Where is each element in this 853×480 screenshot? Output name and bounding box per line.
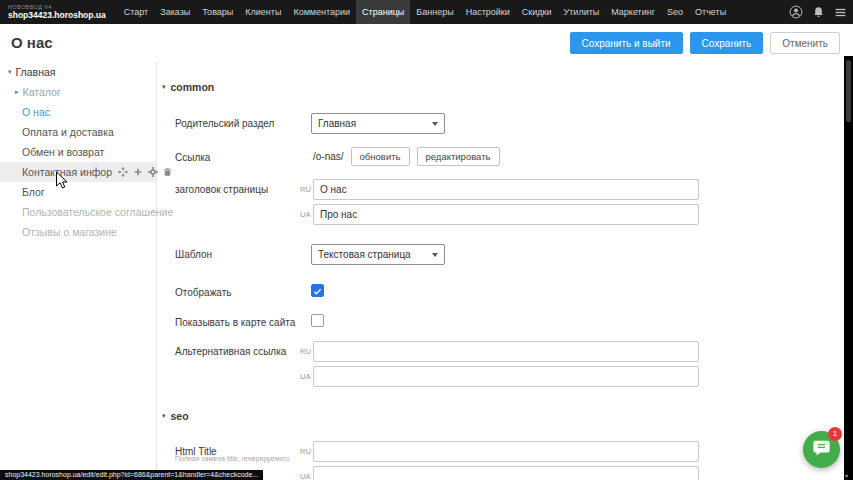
template-select[interactable]: Текстовая страница	[311, 244, 445, 265]
lang-ru-badge: RU	[300, 441, 311, 462]
brand-logo[interactable]: НОВОВВОД V4 shop34423.horoshop.ua	[0, 0, 118, 24]
menu-item-seo[interactable]: Seo	[661, 0, 689, 24]
menu-item-start[interactable]: Старт	[118, 0, 154, 24]
sidebar-item-payment-delivery[interactable]: Оплата и доставка	[0, 122, 156, 142]
admin-page-editor: НОВОВВОД V4 shop34423.horoshop.ua Старт …	[0, 0, 853, 480]
sidebar-item-tools	[118, 167, 172, 177]
lang-ua-badge: UA	[300, 204, 310, 225]
sidebar-item-label: Обмен и возврат	[22, 146, 104, 158]
sidebar-item-label: Блог	[22, 186, 45, 198]
sitemap-checkbox[interactable]	[311, 314, 324, 327]
display-checkbox[interactable]	[311, 284, 324, 297]
chat-bubble-icon	[812, 439, 831, 461]
sidebar-item-blog[interactable]: Блог	[0, 182, 156, 202]
trash-icon[interactable]	[163, 167, 172, 177]
sidebar-item-label: Отзывы о магазине	[22, 226, 117, 238]
sidebar-item-home[interactable]: ▾ Главная	[0, 62, 156, 82]
page-header: О нас Сохранить и выйти Сохранить Отмени…	[0, 24, 853, 62]
menu-item-banners[interactable]: Баннеры	[410, 0, 459, 24]
chevron-down-icon	[432, 122, 438, 126]
page-title-ru-input[interactable]	[313, 179, 699, 200]
chat-unread-badge: 1	[828, 427, 842, 441]
html-title-ua-input[interactable]	[313, 466, 699, 480]
main-menu: Старт Заказы Товары Клиенты Комментарии …	[118, 0, 732, 24]
sidebar-item-label: Главная	[16, 66, 56, 78]
chevron-right-icon[interactable]: ▸	[15, 88, 19, 96]
topbar-actions	[789, 0, 853, 24]
menu-item-discounts[interactable]: Скидки	[516, 0, 558, 24]
display-label: Отображать	[175, 282, 231, 303]
menu-item-utilities[interactable]: Утилиты	[558, 0, 606, 24]
chat-widget-button[interactable]: 1	[803, 431, 840, 468]
menu-item-marketing[interactable]: Маркетинг	[605, 0, 661, 24]
chevron-down-icon[interactable]: ▾	[8, 68, 12, 76]
check-icon	[313, 282, 322, 300]
menu-item-orders[interactable]: Заказы	[154, 0, 196, 24]
section-seo-header[interactable]: ▾ seo	[162, 410, 189, 422]
right-scrollbar[interactable]: ▾	[844, 56, 853, 480]
template-label: Шаблон	[175, 244, 212, 265]
sidebar-item-catalog[interactable]: ▸ Каталог	[0, 82, 156, 102]
brand-domain-label: shop34423.horoshop.ua	[8, 10, 106, 20]
chevron-down-icon	[432, 253, 438, 257]
html-title-hint: Полная замена title, генерируемого	[175, 455, 290, 462]
chevron-down-icon: ▾	[162, 412, 166, 420]
menu-item-comments[interactable]: Комментарии	[287, 0, 356, 24]
cancel-button[interactable]: Отменить	[770, 32, 840, 54]
save-and-exit-button[interactable]: Сохранить и выйти	[570, 32, 683, 54]
page-title-field-label: заголовок страницы	[175, 179, 268, 200]
header-actions: Сохранить и выйти Сохранить Отменить	[570, 32, 841, 54]
menu-item-settings[interactable]: Настройки	[460, 0, 516, 24]
lang-ru-badge: RU	[300, 179, 311, 200]
user-icon[interactable]	[789, 5, 803, 19]
link-row: /o-nas/ обновить редактировать	[313, 147, 500, 166]
section-title: seo	[171, 410, 189, 422]
pages-tree-sidebar: ▾ Главная ▸ Каталог О нас Оплата и доста…	[0, 62, 157, 470]
gear-icon[interactable]	[148, 167, 158, 177]
bell-icon[interactable]	[812, 6, 825, 19]
sidebar-item-label: Оплата и доставка	[22, 126, 114, 138]
sitemap-label: Показывать в карте сайта	[175, 312, 295, 333]
menu-icon[interactable]	[834, 6, 847, 19]
alt-link-label: Альтернативная ссылка	[175, 341, 286, 362]
menu-item-reports[interactable]: Отчеты	[689, 0, 732, 24]
alt-link-ua-input[interactable]	[313, 366, 699, 387]
sidebar-item-label: Каталог	[23, 86, 61, 98]
alt-link-ru-input[interactable]	[313, 341, 699, 362]
chevron-down-icon: ▾	[162, 83, 166, 91]
html-title-ru-input[interactable]	[313, 441, 699, 462]
link-edit-button[interactable]: редактировать	[417, 147, 500, 166]
menu-item-clients[interactable]: Клиенты	[239, 0, 287, 24]
sidebar-item-exchange-return[interactable]: Обмен и возврат	[0, 142, 156, 162]
sidebar-item-contact-info[interactable]: Контактная инфор	[0, 162, 156, 182]
link-label: Ссылка	[175, 147, 210, 168]
sidebar-item-label: О нас	[22, 106, 50, 118]
plus-icon[interactable]	[133, 167, 143, 177]
sidebar-item-user-agreement[interactable]: Пользовательское соглашение	[0, 202, 156, 222]
page-title: О нас	[11, 34, 53, 51]
lang-ru-badge: RU	[300, 341, 311, 362]
parent-section-value: Главная	[318, 118, 356, 129]
save-button[interactable]: Сохранить	[690, 32, 764, 54]
sidebar-item-label: Контактная инфор	[22, 166, 112, 178]
scrollbar-thumb[interactable]	[846, 60, 851, 122]
sidebar-item-label: Пользовательское соглашение	[22, 206, 173, 218]
scroll-down-icon[interactable]: ▾	[845, 472, 848, 480]
page-title-ua-input[interactable]	[313, 204, 699, 225]
sidebar-item-store-reviews[interactable]: Отзывы о магазине	[0, 222, 156, 242]
menu-item-pages[interactable]: Страницы	[356, 0, 410, 24]
link-refresh-button[interactable]: обновить	[351, 147, 410, 166]
status-url-bar: shop34423.horoshop.ua/edit/edit.php?id=6…	[0, 470, 263, 480]
sidebar-item-about[interactable]: О нас	[0, 102, 156, 122]
parent-section-select[interactable]: Главная	[311, 113, 445, 134]
lang-ua-badge: UA	[300, 466, 310, 480]
section-title: common	[171, 81, 215, 93]
menu-item-products[interactable]: Товары	[196, 0, 239, 24]
section-common-header[interactable]: ▾ common	[162, 81, 214, 93]
link-value: /o-nas/	[313, 151, 344, 162]
move-icon[interactable]	[118, 167, 128, 177]
topbar: НОВОВВОД V4 shop34423.horoshop.ua Старт …	[0, 0, 853, 24]
parent-section-label: Родительский раздел	[175, 113, 274, 134]
lang-ua-badge: UA	[300, 366, 310, 387]
template-value: Текстовая страница	[318, 249, 411, 260]
